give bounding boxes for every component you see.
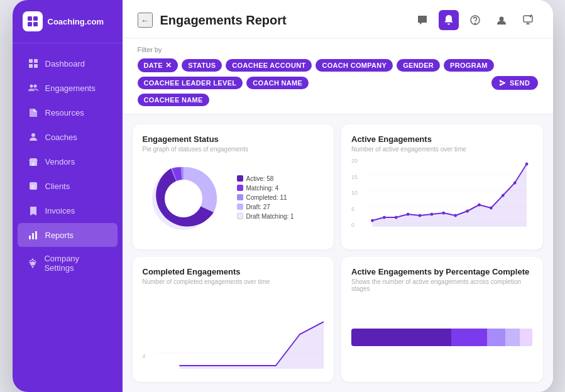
company-settings-label: Company Settings bbox=[44, 254, 107, 273]
engagements-icon bbox=[28, 82, 39, 94]
legend-active-dot bbox=[237, 175, 243, 182]
svg-point-35 bbox=[442, 212, 445, 215]
sidebar-logo: Coaching.com bbox=[13, 0, 123, 43]
dashboard-label: Dashboard bbox=[45, 59, 85, 68]
coaches-label: Coaches bbox=[45, 133, 77, 142]
sidebar-item-coaches[interactable]: Coaches bbox=[18, 125, 118, 149]
sidebar-nav: Dashboard Engagements bbox=[13, 43, 123, 392]
svg-rect-2 bbox=[28, 22, 32, 26]
invoices-icon bbox=[28, 205, 39, 216]
avatar-button[interactable] bbox=[491, 10, 512, 30]
legend-completed-label: Completed: 11 bbox=[246, 194, 287, 201]
pie-chart-svg bbox=[143, 158, 224, 239]
active-by-percentage-subtitle: Shows the number of active engagements a… bbox=[351, 278, 533, 292]
help-icon-button[interactable] bbox=[465, 10, 485, 30]
filter-tag-coachee-name[interactable]: COACHEE NAME bbox=[138, 94, 209, 106]
svg-rect-6 bbox=[29, 64, 33, 68]
filter-bar: Filter by DATE ✕ STATUS COACHEE ACCOUNT … bbox=[123, 38, 553, 114]
filter-tags-row2: COACHEE NAME bbox=[138, 94, 538, 106]
legend-draft-matching-dot bbox=[237, 213, 243, 219]
invoices-label: Invoices bbox=[45, 206, 75, 215]
completed-engagements-subtitle: Number of completed engagements over tim… bbox=[143, 278, 324, 285]
active-by-percentage-title: Active Engagements by Percentage Complet… bbox=[351, 267, 533, 276]
send-button[interactable]: SEND bbox=[491, 76, 538, 90]
engagement-status-title: Engagement Status bbox=[143, 134, 324, 144]
svg-point-42 bbox=[525, 163, 529, 166]
line-chart-svg bbox=[366, 158, 533, 239]
sidebar-item-company-settings[interactable]: Company Settings bbox=[18, 248, 118, 279]
header-left: ← Engagements Report bbox=[138, 13, 287, 28]
svg-rect-12 bbox=[32, 163, 35, 166]
sidebar-item-vendors[interactable]: Vendors bbox=[18, 150, 118, 173]
bar-segment-2 bbox=[451, 329, 488, 346]
sidebar-item-clients[interactable]: Clients bbox=[18, 174, 118, 198]
svg-point-36 bbox=[454, 214, 457, 217]
active-engagements-subtitle: Number of active engagements over time bbox=[351, 146, 533, 153]
filter-tag-program[interactable]: PROGRAM bbox=[444, 59, 494, 72]
engagement-status-chart: Active: 58 Matching: 4 Completed: 11 bbox=[143, 158, 324, 239]
sidebar-item-dashboard[interactable]: Dashboard bbox=[18, 52, 118, 75]
svg-point-23 bbox=[165, 180, 202, 217]
resources-icon bbox=[28, 107, 39, 118]
chat-icon-button[interactable] bbox=[412, 10, 432, 30]
vendors-label: Vendors bbox=[45, 157, 75, 166]
svg-point-32 bbox=[407, 213, 410, 216]
legend-draft-label: Draft: 27 bbox=[246, 204, 270, 210]
clients-label: Clients bbox=[45, 182, 70, 191]
notification-icon-button[interactable]: 4 bbox=[439, 10, 459, 30]
page-header: ← Engagements Report 4 bbox=[123, 0, 553, 38]
engagement-status-card: Engagement Status Pie graph of statuses … bbox=[133, 124, 334, 249]
svg-point-39 bbox=[490, 207, 493, 210]
completed-engagements-card: Completed Engagements Number of complete… bbox=[133, 257, 334, 382]
filter-tag-coach-company[interactable]: COACH COMPANY bbox=[315, 59, 393, 72]
dashboard-icon bbox=[28, 58, 39, 69]
legend-matching: Matching: 4 bbox=[237, 185, 294, 192]
stacked-bar-container bbox=[351, 324, 533, 346]
page-title: Engagements Report bbox=[160, 13, 287, 28]
active-by-percentage-chart bbox=[351, 297, 533, 372]
svg-rect-0 bbox=[28, 16, 32, 21]
monitor-icon-button[interactable] bbox=[518, 10, 538, 30]
pie-legend: Active: 58 Matching: 4 Completed: 11 bbox=[237, 175, 294, 222]
bar-segment-3 bbox=[487, 329, 505, 346]
filter-tag-status[interactable]: STATUS bbox=[182, 59, 222, 72]
engagements-label: Engagements bbox=[45, 84, 96, 93]
sidebar-item-engagements[interactable]: Engagements bbox=[18, 76, 118, 100]
svg-rect-3 bbox=[33, 22, 38, 26]
sidebar-item-invoices[interactable]: Invoices bbox=[18, 199, 118, 222]
sidebar-item-resources[interactable]: Resources bbox=[18, 101, 118, 124]
legend-draft-matching-label: Draft Matching: 1 bbox=[246, 213, 294, 220]
svg-point-8 bbox=[30, 85, 33, 88]
sidebar-item-reports[interactable]: Reports bbox=[18, 223, 118, 247]
completed-engagements-title: Completed Engagements bbox=[143, 267, 324, 276]
filter-tag-coachee-leader-level[interactable]: COACHEE LEADER LEVEL bbox=[138, 77, 243, 89]
svg-point-10 bbox=[31, 133, 35, 137]
svg-point-40 bbox=[502, 194, 505, 197]
filter-tag-coachee-account[interactable]: COACHEE ACCOUNT bbox=[226, 59, 312, 72]
completed-line-svg bbox=[155, 315, 324, 372]
svg-rect-14 bbox=[29, 236, 31, 239]
clients-icon bbox=[28, 180, 39, 192]
charts-area: Engagement Status Pie graph of statuses … bbox=[123, 114, 553, 392]
legend-draft-dot bbox=[237, 204, 243, 210]
filter-tag-date[interactable]: DATE ✕ bbox=[138, 58, 178, 72]
bar-segment-1 bbox=[351, 329, 451, 346]
logo-icon bbox=[23, 11, 43, 31]
legend-completed-dot bbox=[237, 194, 243, 200]
date-remove-icon[interactable]: ✕ bbox=[165, 61, 172, 70]
completed-engagements-chart: 4 bbox=[143, 290, 324, 372]
filter-tag-coach-name[interactable]: COACH NAME bbox=[246, 77, 309, 89]
svg-rect-4 bbox=[29, 59, 33, 63]
svg-point-41 bbox=[513, 182, 517, 185]
company-settings-icon bbox=[28, 258, 38, 269]
active-engagements-title: Active Engagements bbox=[351, 134, 533, 144]
active-by-percentage-card: Active Engagements by Percentage Complet… bbox=[341, 257, 543, 382]
filter-tag-gender[interactable]: GENDER bbox=[397, 59, 440, 72]
header-actions: 4 bbox=[412, 10, 538, 30]
svg-point-30 bbox=[383, 216, 386, 219]
svg-rect-7 bbox=[34, 64, 38, 68]
svg-point-33 bbox=[419, 214, 422, 217]
svg-point-20 bbox=[499, 17, 503, 21]
svg-point-19 bbox=[474, 23, 475, 24]
back-button[interactable]: ← bbox=[138, 13, 153, 28]
